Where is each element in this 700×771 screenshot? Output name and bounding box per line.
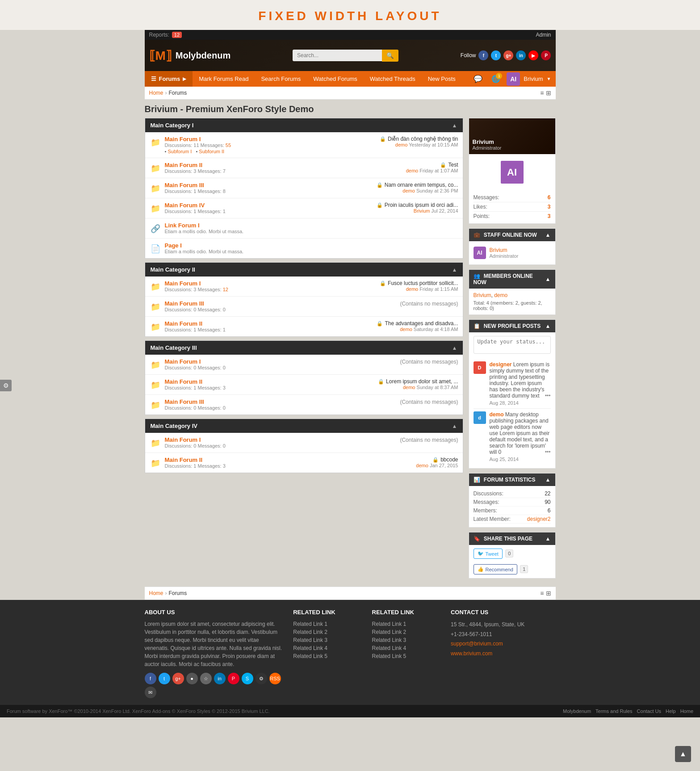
related-link-1-2[interactable]: Related Link 2 xyxy=(293,628,363,636)
footer-link-contact[interactable]: Contact Us xyxy=(637,708,661,714)
forums-button[interactable]: ☰ Forums ▶ xyxy=(145,71,193,87)
related-link-1-1[interactable]: Related Link 1 xyxy=(293,620,363,628)
pp-author[interactable]: designer xyxy=(490,361,512,368)
related-link-2-3[interactable]: Related Link 3 xyxy=(372,636,442,644)
forum-name[interactable]: Main Forum II xyxy=(165,378,375,385)
footer-gh-icon[interactable]: ⚙ xyxy=(256,673,267,684)
related-link-2-1[interactable]: Related Link 1 xyxy=(372,620,442,628)
pp-more-button[interactable]: ••• xyxy=(545,449,551,455)
search-forums-nav[interactable]: Search Forums xyxy=(255,71,307,87)
footer-li-icon[interactable]: in xyxy=(214,673,226,684)
forum-name[interactable]: Main Forum II xyxy=(165,162,383,168)
mark-forums-read-nav[interactable]: Mark Forums Read xyxy=(193,71,255,87)
settings-icon[interactable]: ⚙ xyxy=(0,380,12,391)
staff-online-header[interactable]: 💼 STAFF ONLINE NOW ▲ xyxy=(469,229,555,241)
footer-grid-view-icon[interactable]: ⊞ xyxy=(546,590,551,597)
reports-badge[interactable]: 12 xyxy=(172,32,182,38)
forum-row: 📁 Main Forum I Discussions: 3 Messages: … xyxy=(145,277,463,297)
share-page-header[interactable]: 🔖 SHARE THIS PAGE ▲ xyxy=(469,532,555,545)
footer-s4-icon[interactable]: ● xyxy=(186,673,198,684)
status-input[interactable] xyxy=(474,336,551,354)
related-link-2-4[interactable]: Related Link 4 xyxy=(372,644,442,652)
last-post-link[interactable]: Nam ornare enim tempus, co... xyxy=(385,182,458,188)
related-link-1-3[interactable]: Related Link 3 xyxy=(293,636,363,644)
last-post-link[interactable]: Fusce luctus porttitor sollicit... xyxy=(388,280,458,286)
category-header-1[interactable]: Main Category I ▲ xyxy=(145,118,463,132)
globe-button[interactable]: 🌐 1 xyxy=(489,72,503,86)
watched-threads-nav[interactable]: Watched Threads xyxy=(364,71,422,87)
footer-breadcrumb-home[interactable]: Home xyxy=(149,590,163,596)
last-post-link[interactable]: Proin iaculis ipsum id orci adi... xyxy=(385,202,458,208)
footer-website[interactable]: www.brivium.com xyxy=(451,650,492,657)
breadcrumb-home[interactable]: Home xyxy=(149,90,163,96)
forum-name[interactable]: Main Forum IV xyxy=(165,202,373,209)
fb-recommend-button[interactable]: 👍 Recommend xyxy=(474,564,517,574)
twitter-icon[interactable]: t xyxy=(491,50,501,60)
footer-em-icon[interactable]: ✉ xyxy=(145,687,156,698)
forum-name[interactable]: Main Forum III xyxy=(165,398,383,405)
user-avatar-button[interactable]: AI xyxy=(507,72,520,86)
related-link-1-4[interactable]: Related Link 4 xyxy=(293,644,363,652)
chat-icon: 💬 xyxy=(474,75,482,83)
forum-name[interactable]: Page I xyxy=(165,242,458,249)
last-post-link[interactable]: Test xyxy=(448,162,458,168)
forum-name[interactable]: Main Forum III xyxy=(165,182,373,189)
last-post-link[interactable]: The advantages and disadva... xyxy=(385,320,458,327)
footer-gp-icon[interactable]: g+ xyxy=(172,673,184,684)
footer-sk-icon[interactable]: S xyxy=(242,673,253,684)
forum-name[interactable]: Main Forum I xyxy=(165,436,383,443)
admin-link[interactable]: Admin xyxy=(536,32,551,38)
forum-name[interactable]: Main Forum II xyxy=(165,320,373,327)
facebook-icon[interactable]: f xyxy=(478,50,488,60)
forum-name[interactable]: Main Forum III xyxy=(165,300,383,307)
search-button[interactable]: 🔍 xyxy=(382,50,398,62)
last-post-link[interactable]: bbcode xyxy=(440,457,458,463)
footer-fb-icon[interactable]: f xyxy=(145,673,156,684)
linkedin-icon[interactable]: in xyxy=(516,50,526,60)
folder-icon: 📁 xyxy=(150,437,161,449)
footer-list-view-icon[interactable]: ≡ xyxy=(540,590,544,597)
staff-name[interactable]: Brivium xyxy=(490,247,519,253)
pp-more-button[interactable]: ••• xyxy=(545,393,551,399)
forum-name[interactable]: Main Forum II xyxy=(165,457,383,463)
members-online-header[interactable]: 👥 MEMBERS ONLINE NOW ▲ xyxy=(469,270,555,289)
footer-link-home[interactable]: Home xyxy=(680,708,693,714)
latest-member-link[interactable]: designer2 xyxy=(527,516,551,522)
footer-pi-icon[interactable]: P xyxy=(228,673,239,684)
username-label[interactable]: Brivium xyxy=(524,75,543,82)
footer-link-molybdenum[interactable]: Molybdenum xyxy=(563,708,591,714)
last-post-link[interactable]: Lorem ipsum dolor sit amet, ... xyxy=(386,378,458,385)
googleplus-icon[interactable]: g+ xyxy=(503,50,513,60)
footer-email[interactable]: support@brivium.com xyxy=(451,641,503,647)
profile-posts-header[interactable]: 📋 NEW PROFILE POSTS ▲ xyxy=(469,320,555,332)
related-link-2-2[interactable]: Related Link 2 xyxy=(372,628,442,636)
new-posts-nav[interactable]: New Posts xyxy=(422,71,462,87)
watched-forums-nav[interactable]: Watched Forums xyxy=(307,71,364,87)
footer-link-terms[interactable]: Terms and Rules xyxy=(595,708,633,714)
related-link-1-5[interactable]: Related Link 5 xyxy=(293,652,363,660)
forum-name[interactable]: Main Forum I xyxy=(165,136,377,142)
footer-tw-icon[interactable]: t xyxy=(159,673,170,684)
forum-name[interactable]: Link Forum I xyxy=(165,222,458,229)
tweet-button[interactable]: 🐦 Tweet xyxy=(474,549,503,559)
forum-name[interactable]: Main Forum I xyxy=(165,280,377,287)
grid-view-icon[interactable]: ⊞ xyxy=(546,89,551,96)
pinterest-icon[interactable]: P xyxy=(541,50,551,60)
last-post-link[interactable]: Diễn đàn công nghệ thông tin xyxy=(388,136,458,142)
pp-author[interactable]: demo xyxy=(490,411,504,418)
forum-name[interactable]: Main Forum I xyxy=(165,358,383,365)
list-view-icon[interactable]: ≡ xyxy=(540,89,544,96)
footer-link-help[interactable]: Help xyxy=(666,708,676,714)
category-header-2[interactable]: Main Category II ▲ xyxy=(145,263,463,277)
footer-s5-icon[interactable]: ☆ xyxy=(200,673,212,684)
related-link-2-5[interactable]: Related Link 5 xyxy=(372,652,442,660)
user-dropdown-arrow[interactable]: ▼ xyxy=(547,76,551,81)
youtube-icon[interactable]: ▶ xyxy=(528,50,538,60)
footer-rss-icon[interactable]: RSS xyxy=(269,673,281,684)
search-input[interactable] xyxy=(293,50,382,61)
forum-info: Main Forum III Discussions: 1 Messages: … xyxy=(165,182,373,194)
forum-stats-header[interactable]: 📊 FORUM STATISTICS ▲ xyxy=(469,473,555,486)
category-header-4[interactable]: Main Category IV ▲ xyxy=(145,419,463,433)
category-header-3[interactable]: Main Category III ▲ xyxy=(145,341,463,355)
chat-button[interactable]: 💬 xyxy=(471,72,485,86)
